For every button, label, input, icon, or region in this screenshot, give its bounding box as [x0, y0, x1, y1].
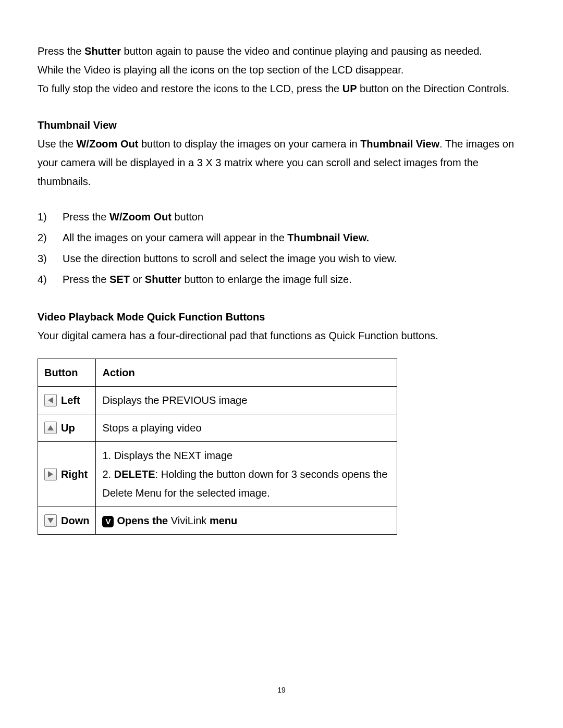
cell-action: Stops a playing video	[96, 414, 397, 442]
text: Press the	[63, 211, 109, 223]
text-bold: Shutter	[84, 45, 121, 57]
vivilink-icon: V	[102, 516, 114, 527]
text: button again to pause the video and cont…	[121, 45, 482, 57]
cell-button: Left	[38, 387, 96, 414]
list-item: 1) Press the W/Zoom Out button	[38, 206, 525, 227]
step-text: Use the direction buttons to scroll and …	[63, 249, 397, 268]
list-item: 3) Use the direction buttons to scroll a…	[38, 248, 525, 269]
table-row: Right 1. Displays the NEXT image 2. DELE…	[38, 442, 397, 507]
text: Use the	[38, 138, 76, 150]
button-label: Up	[61, 418, 75, 437]
step-number: 1)	[38, 207, 52, 226]
cell-action: Displays the PREVIOUS image	[96, 387, 397, 414]
text-bold: Thumbnail View	[360, 138, 439, 150]
step-text: Press the W/Zoom Out button	[63, 207, 203, 226]
button-label: Left	[61, 391, 80, 410]
text: To fully stop the video and restore the …	[38, 83, 342, 94]
step-number: 2)	[38, 228, 52, 247]
text-bold: Shutter	[145, 274, 181, 285]
down-arrow-icon	[44, 514, 57, 527]
step-number: 4)	[38, 270, 52, 289]
text: Press the	[38, 45, 84, 57]
intro-paragraph-1: Press the Shutter button again to pause …	[38, 42, 525, 60]
header-action: Action	[96, 359, 397, 387]
thumbnail-steps-list: 1) Press the W/Zoom Out button 2) All th…	[38, 206, 525, 290]
quick-function-table: Button Action Left Displays the PREVIOUS…	[38, 359, 397, 535]
up-arrow-icon	[44, 422, 57, 434]
thumbnail-view-heading: Thumbnail View	[38, 98, 525, 134]
video-playback-intro: Your digital camera has a four-direction…	[38, 326, 525, 345]
right-arrow-icon	[44, 468, 57, 480]
list-item: 4) Press the SET or Shutter button to en…	[38, 269, 525, 290]
left-arrow-icon	[44, 394, 57, 406]
text-bold: Opens the	[117, 515, 170, 526]
text: button to enlarge the image full size.	[181, 274, 352, 285]
text-bold: W/Zoom Out	[109, 211, 172, 223]
list-item: 2) All the images on your camera will ap…	[38, 227, 525, 248]
step-number: 3)	[38, 249, 52, 268]
page-number: 19	[0, 684, 563, 697]
cell-button: Down	[38, 507, 96, 535]
text-bold: menu	[206, 515, 237, 526]
video-playback-heading: Video Playback Mode Quick Function Butto…	[38, 290, 525, 326]
text: ViviLink	[171, 515, 207, 526]
action-line-2: 2. DELETE: Holding the button down for 3…	[102, 465, 390, 502]
text-bold: Thumbnail View.	[287, 232, 369, 243]
text: All the images on your camera will appea…	[63, 232, 287, 243]
header-button: Button	[38, 359, 96, 387]
action-line-1: 1. Displays the NEXT image	[102, 446, 390, 465]
table-row: Left Displays the PREVIOUS image	[38, 387, 397, 414]
intro-paragraph-3: To fully stop the video and restore the …	[38, 79, 525, 98]
text: 2.	[102, 468, 114, 480]
intro-paragraph-2: While the Video is playing all the icons…	[38, 60, 525, 79]
text: or	[130, 274, 145, 285]
text: button to display the images on your cam…	[138, 138, 360, 150]
text-bold: W/Zoom Out	[76, 138, 138, 150]
table-header-row: Button Action	[38, 359, 397, 387]
button-label: Right	[61, 465, 88, 484]
button-label: Down	[61, 511, 89, 530]
text: button	[172, 211, 203, 223]
manual-page: Press the Shutter button again to pause …	[0, 0, 563, 728]
cell-button: Up	[38, 414, 96, 442]
table-row: Up Stops a playing video	[38, 414, 397, 442]
text: Press the	[63, 274, 109, 285]
text-bold: SET	[109, 274, 130, 285]
step-text: Press the SET or Shutter button to enlar…	[63, 270, 352, 289]
step-text: All the images on your camera will appea…	[63, 228, 369, 247]
cell-action: 1. Displays the NEXT image 2. DELETE: Ho…	[96, 442, 397, 507]
thumbnail-view-paragraph: Use the W/Zoom Out button to display the…	[38, 134, 525, 191]
text-bold: DELETE	[114, 468, 155, 480]
text-bold: UP	[342, 83, 357, 94]
table-row: Down VOpens the ViviLink menu	[38, 507, 397, 535]
cell-action: VOpens the ViviLink menu	[96, 507, 397, 535]
text: button on the Direction Controls.	[357, 83, 509, 94]
cell-button: Right	[38, 442, 96, 507]
